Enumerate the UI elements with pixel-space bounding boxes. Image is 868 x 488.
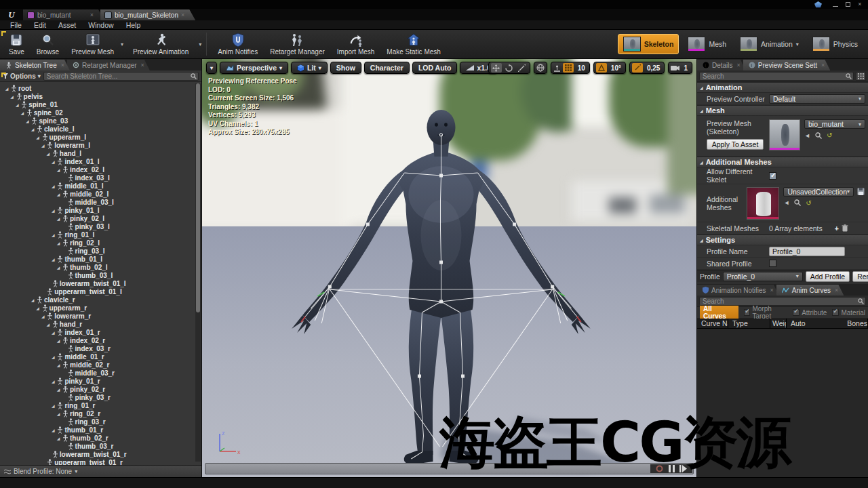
bone-tree-row[interactable]: ◢ index_02_l — [0, 165, 201, 174]
bone-tree-row[interactable]: ◢ upperarm_twist_01_l — [0, 287, 201, 296]
reset-to-default-icon[interactable]: ↺ — [806, 199, 811, 207]
curve-filter-checkbox[interactable]: Material — [832, 305, 865, 320]
editor-mode-button[interactable]: Skeleton ▾ — [618, 34, 679, 54]
section-additional-meshes[interactable]: ◢Additional Meshes — [697, 157, 868, 167]
column-header[interactable]: Bones — [843, 319, 868, 328]
expand-icon[interactable]: ◢ — [45, 322, 51, 327]
camera-speed-value[interactable]: 1 — [682, 64, 690, 72]
menu-item[interactable]: Asset — [52, 21, 82, 29]
expand-icon[interactable]: ◢ — [40, 314, 45, 319]
preview-mesh-button[interactable]: Preview Mesh ▾ — [65, 32, 123, 56]
preview-animation-button[interactable]: Preview Animation ▾ — [123, 32, 201, 56]
asset-tab[interactable]: bio_mutant × — [23, 9, 104, 20]
bone-tree-row[interactable]: ◢ hand_l — [0, 149, 201, 157]
perspective-button[interactable]: Perspective ▾ — [220, 62, 288, 74]
allow-different-skeleton-checkbox[interactable] — [769, 172, 776, 180]
expand-icon[interactable]: ◢ — [50, 330, 56, 335]
show-button[interactable]: Show — [330, 62, 361, 74]
tab-retarget-manager[interactable]: Retarget Manager × — [67, 60, 150, 70]
expand-icon[interactable]: ◢ — [56, 436, 61, 441]
browse-to-asset-icon[interactable] — [794, 199, 801, 206]
maximize-button[interactable] — [842, 1, 853, 8]
browse-button[interactable]: Browse — [31, 32, 65, 56]
menu-item[interactable]: File — [4, 21, 28, 29]
chevron-down-icon[interactable]: ▾ — [199, 41, 201, 47]
bone-tree-row[interactable]: ◢ spine_03 — [0, 117, 201, 125]
expand-icon[interactable]: ◢ — [50, 257, 56, 262]
expand-icon[interactable]: ◢ — [45, 151, 51, 156]
anim-notifies-button[interactable]: Anim Notifies — [212, 32, 264, 56]
bone-tree-row[interactable]: ◢ spine_01 — [0, 100, 201, 108]
bone-tree-row[interactable]: ◢ lowerarm_twist_01_l — [0, 279, 201, 287]
bone-tree-row[interactable]: ◢ pinky_03_l — [0, 222, 201, 230]
options-dropdown[interactable]: Options ▾ — [3, 73, 41, 80]
bone-tree-row[interactable]: ◢ middle_03_r — [0, 369, 201, 377]
bone-tree-row[interactable]: ◢ upperarm_twist_01_r — [0, 458, 201, 465]
profile-name-input[interactable] — [769, 247, 845, 256]
bone-tree-row[interactable]: ◢ index_01_r — [0, 328, 201, 336]
expand-icon[interactable]: ◢ — [50, 232, 56, 237]
expand-icon[interactable]: ◢ — [50, 208, 56, 213]
close-icon[interactable]: × — [737, 62, 741, 68]
expand-icon[interactable]: ◢ — [40, 143, 45, 148]
column-header[interactable]: Curve Name — [697, 319, 728, 328]
bone-tree-row[interactable]: ◢ thumb_03_l — [0, 271, 201, 279]
bone-tree-row[interactable]: ◢ pinky_02_l — [0, 214, 201, 222]
expand-icon[interactable]: ◢ — [4, 86, 9, 91]
bone-tree-row[interactable]: ◢ spine_02 — [0, 108, 201, 117]
close-icon[interactable]: × — [181, 12, 184, 18]
close-button[interactable]: × — [854, 1, 865, 8]
blend-profile-bar[interactable]: Blend Profile: None ▾ — [0, 465, 201, 477]
close-icon[interactable]: × — [141, 62, 144, 68]
viewport-options-button[interactable]: ▾ — [206, 62, 217, 74]
trash-icon[interactable] — [842, 224, 848, 232]
bone-tree-row[interactable]: ◢ middle_01_l — [0, 182, 201, 190]
bone-tree-row[interactable]: ◢ lowerarm_twist_01_r — [0, 450, 201, 458]
bone-tree-row[interactable]: ◢ thumb_02_r — [0, 434, 201, 442]
add-profile-button[interactable]: Add Profile — [806, 271, 850, 282]
preview-mesh-thumbnail[interactable] — [769, 119, 800, 150]
curves-search-input[interactable] — [699, 297, 866, 306]
column-header[interactable]: Weight — [770, 319, 787, 328]
bone-tree-row[interactable]: ◢ index_03_l — [0, 174, 201, 182]
tree-scrollbar[interactable] — [195, 83, 201, 462]
bone-tree-row[interactable]: ◢ middle_03_l — [0, 198, 201, 206]
save-collection-icon[interactable] — [856, 187, 865, 196]
expand-icon[interactable]: ◢ — [56, 241, 61, 245]
grid-snap-value[interactable]: 10 — [576, 64, 587, 72]
column-header[interactable]: Type — [728, 319, 770, 328]
expand-icon[interactable]: ◢ — [50, 428, 56, 432]
bone-tree-row[interactable]: ◢ ring_03_l — [0, 247, 201, 255]
rotation-snap-value[interactable]: 10° — [609, 64, 623, 72]
bone-tree-row[interactable]: ◢ ring_01_l — [0, 230, 201, 239]
close-icon[interactable]: × — [821, 62, 825, 68]
lod-auto-button[interactable]: LOD Auto — [412, 62, 458, 74]
bone-tree-row[interactable]: ◢ thumb_01_r — [0, 426, 201, 434]
bone-tree-row[interactable]: ◢ pelvis — [0, 92, 201, 100]
expand-icon[interactable]: ◢ — [56, 265, 61, 270]
expand-icon[interactable]: ◢ — [56, 167, 61, 172]
save-button[interactable]: Save — [3, 32, 31, 56]
bone-tree-row[interactable]: ◢ pinky_01_r — [0, 377, 201, 385]
column-header[interactable]: Auto — [787, 319, 843, 328]
expand-icon[interactable]: ◢ — [56, 192, 61, 197]
scrollbar-thumb[interactable] — [196, 83, 200, 312]
preview-controller-dropdown[interactable]: Default▾ — [769, 94, 865, 104]
bone-tree-row[interactable]: ◢ ring_02_l — [0, 239, 201, 247]
bone-tree-row[interactable]: ◢ middle_02_r — [0, 361, 201, 369]
tab-skeleton-tree[interactable]: Skeleton Tree × — [0, 60, 70, 70]
world-local-toggle[interactable] — [534, 62, 547, 74]
editor-mode-button[interactable]: Physics ▾ — [808, 35, 863, 54]
shared-profile-checkbox[interactable] — [769, 260, 776, 267]
expand-icon[interactable]: ◢ — [56, 411, 61, 416]
add-element-icon[interactable]: + — [835, 224, 839, 232]
expand-icon[interactable]: ◢ — [14, 102, 20, 107]
bone-tree-row[interactable]: ◢ thumb_03_r — [0, 442, 201, 450]
asset-tab[interactable]: bio_mutant_Skeleton × — [100, 9, 195, 20]
expand-icon[interactable]: ◢ — [35, 306, 41, 310]
bone-tree-row[interactable]: ◢ index_01_l — [0, 157, 201, 165]
expand-icon[interactable]: ◢ — [56, 387, 61, 392]
use-selected-icon[interactable]: ◄ — [783, 199, 789, 206]
view-options-button[interactable] — [856, 72, 866, 81]
bone-tree-row[interactable]: ◢ pinky_03_r — [0, 393, 201, 401]
